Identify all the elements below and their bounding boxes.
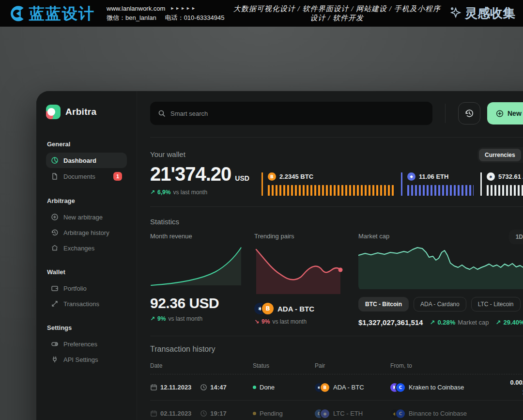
arbitra-logo-icon bbox=[46, 105, 61, 119]
transfer-arrows-icon bbox=[51, 300, 59, 308]
btc-icon: B bbox=[321, 383, 329, 392]
tx-time: 19:17 bbox=[210, 410, 226, 417]
sidebar-item-label: Dashboard bbox=[63, 157, 96, 164]
sidebar-item-preferences[interactable]: Preferences bbox=[46, 336, 127, 352]
eth-amount: 11.06 ETH bbox=[419, 173, 448, 180]
lanlan-logo-icon bbox=[8, 4, 26, 23]
sidebar-item-exchanges[interactable]: Exchanges bbox=[46, 240, 127, 256]
new-arbitrage-label: New arbitrage bbox=[508, 109, 523, 117]
ada-amount: 5732.61 ADA bbox=[498, 173, 523, 180]
nav-section-settings: Settings Preferences API Settings bbox=[46, 324, 127, 367]
arrow-up-icon: ↗ bbox=[430, 319, 435, 326]
holding-ada[interactable]: ∗ 5732.61 ADA bbox=[480, 172, 523, 196]
col-date: Date bbox=[150, 362, 253, 369]
market-cap-value: $1,327,027,361,514 bbox=[358, 318, 423, 327]
banner-wechat: 微信：ben_lanlan bbox=[107, 14, 156, 22]
holding-btc[interactable]: B 2.2345 BTC bbox=[262, 172, 401, 196]
lanlan-brand: 蓝蓝设计 bbox=[8, 4, 95, 23]
ada-icon: ∗ bbox=[487, 172, 495, 181]
eth-bars bbox=[407, 185, 474, 196]
search-icon bbox=[158, 109, 166, 117]
plug-icon bbox=[51, 356, 59, 363]
sidebar-item-arbitrage-history[interactable]: Arbitrage history bbox=[46, 225, 127, 240]
statistics-section: Statistics Month revenue 92.36 USD ↗ 9% bbox=[150, 206, 523, 327]
sidebar-item-transactions[interactable]: Transactions bbox=[46, 296, 127, 311]
search-input[interactable] bbox=[170, 110, 425, 117]
topbar-divider bbox=[445, 104, 446, 123]
trending-pairs-label: Trending pairs bbox=[254, 233, 346, 240]
coinbase-icon: C bbox=[396, 409, 405, 418]
history-icon bbox=[51, 229, 59, 236]
balance-block: 21'374.20 USD ↗ 6,9% vs last month bbox=[150, 163, 262, 196]
app-logo[interactable]: Arbitra bbox=[46, 105, 127, 119]
sidebar-item-label: Exchanges bbox=[63, 245, 94, 252]
holdings-chart: B 2.2345 BTC ◆ 11.06 ETH bbox=[262, 163, 523, 196]
sidebar-item-label: API Settings bbox=[63, 356, 98, 363]
month-revenue-note: vs last month bbox=[168, 315, 202, 322]
status-badge: Done bbox=[260, 384, 275, 391]
sidebar-item-documents[interactable]: Documents 1 bbox=[46, 168, 127, 185]
sidebar-item-new-arbitrage[interactable]: New arbitrage bbox=[46, 209, 127, 225]
status-dot-done bbox=[253, 386, 256, 389]
period-1d[interactable]: 1D bbox=[510, 231, 523, 243]
banner-arrows: ►►►►► bbox=[170, 6, 197, 11]
new-arbitrage-button[interactable]: New arbitrage bbox=[487, 102, 523, 124]
sidebar-item-dashboard[interactable]: Dashboard bbox=[46, 153, 127, 168]
volume-change: 29.40% bbox=[503, 319, 523, 326]
tx-pair: LTC - ETH bbox=[333, 410, 363, 417]
trending-pairs-card: Trending pairs ∗ B ADA - BTC bbox=[254, 233, 346, 327]
arrow-up-icon: ↗ bbox=[150, 189, 155, 196]
banner-services: 大数据可视化设计 / 软件界面设计 / 网站建设 / 手机及小程序设计 / 软件… bbox=[232, 4, 442, 23]
sidebar-item-label: Transactions bbox=[63, 300, 99, 308]
sidebar-item-api-settings[interactable]: API Settings bbox=[46, 352, 127, 367]
pill-ada-cardano[interactable]: ADA - Cardano bbox=[414, 297, 466, 311]
wallet-view-toggle: Currencies Exchanges bbox=[477, 147, 523, 163]
transaction-table-header: Date Status Pair From, to bbox=[150, 362, 523, 374]
btc-amount: 2.2345 BTC bbox=[279, 173, 313, 180]
market-cap-chart bbox=[358, 245, 523, 291]
trending-change: 9% bbox=[262, 318, 270, 325]
toggle-currencies[interactable]: Currencies bbox=[479, 149, 521, 161]
month-revenue-card: Month revenue 92.36 USD ↗ 9% vs last mon… bbox=[150, 233, 242, 327]
market-cap-label: Market cap bbox=[358, 233, 389, 240]
month-revenue-change: 9% bbox=[157, 315, 166, 322]
history-button[interactable] bbox=[458, 102, 480, 124]
coinbase-icon: C bbox=[396, 383, 405, 392]
trending-note: vs last month bbox=[272, 318, 307, 325]
sidebar: Arbitra General Dashboard Documents 1 Ar… bbox=[36, 91, 137, 420]
toggle-exchanges[interactable]: Exchanges bbox=[521, 149, 523, 161]
banner-phone: 电话：010-63334945 bbox=[165, 14, 225, 22]
transaction-history-section: Transaction history Date Status Pair Fro… bbox=[150, 336, 523, 420]
clock-icon bbox=[200, 384, 207, 391]
sidebar-item-portfolio[interactable]: Portfolio bbox=[46, 280, 127, 296]
tx-date: 12.11.2023 bbox=[160, 384, 191, 391]
sidebar-item-label: Preferences bbox=[63, 341, 97, 348]
table-row[interactable]: 12.11.2023 14:47 Done ∗ B ADA - BTC K C … bbox=[150, 374, 523, 401]
trending-pair-row[interactable]: ∗ B ADA - BTC bbox=[254, 303, 346, 314]
statistics-title: Statistics bbox=[150, 218, 523, 226]
pill-ltc-litecoin[interactable]: LTC - Litecoin bbox=[471, 297, 521, 311]
banner-collect[interactable]: 灵感收集 bbox=[449, 5, 515, 22]
wallet-icon bbox=[51, 284, 59, 292]
wallet-change: 6,9% bbox=[157, 189, 170, 196]
nav-section-label: Arbitrage bbox=[47, 197, 126, 204]
arrow-up-icon: ↗ bbox=[150, 315, 155, 322]
month-revenue-chart bbox=[150, 245, 242, 289]
search-box[interactable] bbox=[150, 102, 432, 125]
sidebar-item-label: Documents bbox=[63, 173, 95, 180]
col-status: Status bbox=[253, 362, 315, 369]
holding-eth[interactable]: ◆ 11.06 ETH bbox=[401, 172, 480, 196]
banner-site-link[interactable]: www.lanlanwork.com bbox=[107, 5, 165, 12]
btc-icon: B bbox=[262, 303, 274, 314]
banner-collect-label: 灵感收集 bbox=[465, 5, 515, 22]
history-icon bbox=[464, 109, 474, 118]
lanlan-logo-text: 蓝蓝设计 bbox=[29, 6, 95, 21]
nav-section-label: Settings bbox=[47, 324, 126, 331]
pill-btc-bitcoin[interactable]: BTC - Bitcoin bbox=[358, 297, 409, 311]
table-row[interactable]: 02.11.2023 19:17 Pending Ł ◆ LTC - ETH ◆… bbox=[150, 401, 523, 420]
wallet-balance: 21'374.20 bbox=[150, 163, 231, 185]
period-toggle: 1D 7D 1M bbox=[509, 230, 523, 244]
sidebar-item-label: New arbitrage bbox=[63, 214, 103, 221]
app-brand: Arbitra bbox=[65, 107, 96, 117]
col-fromto: From, to bbox=[390, 362, 507, 369]
